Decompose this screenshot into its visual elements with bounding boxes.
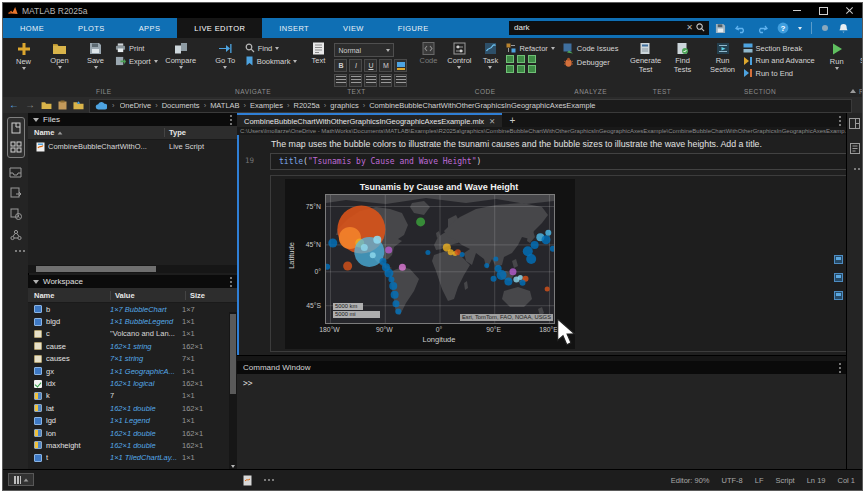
collapse-ribbon-icon[interactable]: [850, 89, 856, 93]
workspace-row[interactable]: cause162×1 string162×1: [28, 340, 237, 352]
files-horizontal-scrollbar[interactable]: [28, 265, 238, 273]
bold-icon[interactable]: B: [334, 59, 347, 72]
find-button[interactable]: Find: [245, 43, 298, 53]
output-thumbnail-icon[interactable]: [834, 291, 843, 300]
editor-tab-menu-icon[interactable]: [839, 116, 841, 118]
find-tests-button[interactable]: Find Tests: [668, 40, 698, 74]
code-tool-icon[interactable]: [506, 65, 514, 73]
code-cell[interactable]: title("Tsunamis by Cause and Wave Height…: [270, 153, 847, 170]
workspace-menu-icon[interactable]: [230, 277, 232, 279]
more-panels-icon[interactable]: [15, 250, 17, 252]
document-paragraph[interactable]: The map uses the bubble colors to illust…: [271, 139, 827, 149]
close-tab-icon[interactable]: ✕: [489, 117, 495, 126]
tab-view[interactable]: VIEW: [326, 18, 381, 38]
new-tab-icon[interactable]: +: [502, 113, 522, 127]
workspace-row[interactable]: lon162×1 double162×1: [28, 427, 237, 439]
tab-apps[interactable]: APPS: [122, 18, 178, 38]
workspace-row[interactable]: k71×1: [28, 390, 237, 402]
clear-search-icon[interactable]: ✕: [683, 23, 696, 32]
indent-decrease-icon[interactable]: [364, 74, 377, 87]
goto-button[interactable]: Go To: [209, 40, 242, 69]
files-column-name[interactable]: Name: [28, 128, 165, 137]
breadcrumb-item[interactable]: CombineBubbleChartWithOtherGraphicsInGeo…: [369, 101, 595, 110]
code-tool-icon[interactable]: [528, 65, 536, 73]
numbered-list-icon[interactable]: [349, 74, 362, 87]
run-to-end-button[interactable]: Run to End: [743, 68, 815, 78]
underline-icon[interactable]: U: [364, 59, 377, 72]
new-folder-icon[interactable]: [41, 101, 52, 110]
bullet-list-icon[interactable]: [334, 74, 347, 87]
tab-insert[interactable]: INSERT: [262, 18, 326, 38]
workspace-row[interactable]: lat162×1 double162×1: [28, 402, 237, 414]
scrollbar-thumb[interactable]: [36, 266, 156, 272]
workspace-vertical-scrollbar[interactable]: [229, 312, 237, 470]
workspace-row[interactable]: b1×7 BubbleChart1×7: [28, 303, 237, 315]
help-icon[interactable]: ?: [777, 22, 789, 34]
workspace-column-size[interactable]: Size: [186, 291, 237, 300]
redo-icon[interactable]: [756, 23, 768, 34]
breadcrumb-item[interactable]: Documents: [162, 101, 200, 110]
search-input[interactable]: [510, 23, 683, 32]
control-button[interactable]: Control: [444, 40, 474, 69]
variables-panel-icon[interactable]: [10, 187, 22, 199]
run-section-button[interactable]: Run Section: [706, 40, 740, 74]
text-style-dropdown[interactable]: Normal: [334, 43, 394, 57]
align-icon[interactable]: [394, 74, 407, 87]
files-panel-icon[interactable]: [10, 122, 22, 134]
collapse-workspace-icon[interactable]: [33, 280, 39, 284]
workspace-row[interactable]: gx1×1 GeographicA...1×1: [28, 365, 237, 377]
layout-panels-icon[interactable]: [849, 118, 860, 129]
run-button[interactable]: Run: [823, 40, 851, 70]
workspace-row[interactable]: blgd1×1 BubbleLegend1×1: [28, 315, 237, 327]
run-and-advance-button[interactable]: Run and Advance: [743, 56, 815, 66]
workspace-row[interactable]: maxheight162×1 double162×1: [28, 439, 237, 451]
figure-output[interactable]: Tsunamis by Cause and Wave Height Latitu…: [285, 179, 575, 349]
code-tool-icon[interactable]: [517, 55, 525, 63]
monospace-icon[interactable]: M: [379, 59, 392, 72]
document-status-icon[interactable]: [243, 475, 252, 486]
debugger-button[interactable]: Debugger: [563, 57, 619, 68]
status-dot-icon[interactable]: [821, 24, 829, 32]
workspace-panel-icon[interactable]: [10, 141, 22, 153]
editor-tab[interactable]: CombineBubbleChartWithOtherGraphicsInGeo…: [237, 113, 502, 127]
command-window-header[interactable]: Command Window: [237, 361, 847, 374]
collapse-files-icon[interactable]: [33, 118, 39, 122]
breadcrumb-item[interactable]: MATLAB: [210, 101, 239, 110]
panel-layout-button[interactable]: [8, 473, 34, 486]
output-thumbnail-icon[interactable]: [834, 273, 843, 282]
files-panel-header[interactable]: Files: [28, 113, 237, 126]
workspace-row[interactable]: t1×1 TiledChartLay...1×1: [28, 452, 237, 464]
workspace-panel-header[interactable]: Workspace: [28, 275, 237, 288]
output-thumbnail-icon[interactable]: [834, 255, 843, 264]
italic-icon[interactable]: I: [349, 59, 362, 72]
text-button[interactable]: Text: [305, 40, 331, 66]
step-button[interactable]: Step: [854, 40, 863, 66]
up-folder-icon[interactable]: [73, 100, 84, 110]
files-menu-icon[interactable]: [230, 115, 232, 117]
workspace-row[interactable]: causes7×1 string7×1: [28, 353, 237, 365]
more-sidebar-icon[interactable]: [854, 168, 856, 170]
workspace-row[interactable]: c"Volcano and Lan...1×1: [28, 328, 237, 340]
forward-icon[interactable]: →: [25, 100, 35, 110]
open-button[interactable]: Open: [43, 40, 76, 69]
save-button[interactable]: Save: [79, 40, 112, 69]
maximize-button[interactable]: [818, 6, 828, 16]
task-button[interactable]: Task: [477, 40, 503, 69]
code-tool-icon[interactable]: [517, 65, 525, 73]
code-button[interactable]: Code: [415, 40, 441, 66]
tab-live-editor[interactable]: LIVE EDITOR: [177, 18, 262, 38]
status-more-icon[interactable]: [264, 479, 266, 481]
bookmark-button[interactable]: Bookmark: [245, 56, 298, 66]
tab-figure[interactable]: FIGURE: [381, 18, 446, 38]
breadcrumb-item[interactable]: OneDrive: [120, 101, 152, 110]
file-row[interactable]: CombineBubbleChartWithO... Live Script: [28, 140, 237, 153]
export-button[interactable]: Export: [115, 56, 158, 66]
minimize-button[interactable]: [792, 6, 802, 16]
undo-icon[interactable]: [735, 23, 747, 34]
section-break-button[interactable]: Section Break: [743, 43, 815, 53]
indent-increase-icon[interactable]: [379, 74, 392, 87]
inbox-panel-icon[interactable]: [9, 167, 22, 178]
breadcrumb-item[interactable]: Examples: [250, 101, 283, 110]
scrollbar-thumb[interactable]: [230, 314, 236, 394]
workspace-row[interactable]: lgd1×1 Legend1×1: [28, 415, 237, 427]
